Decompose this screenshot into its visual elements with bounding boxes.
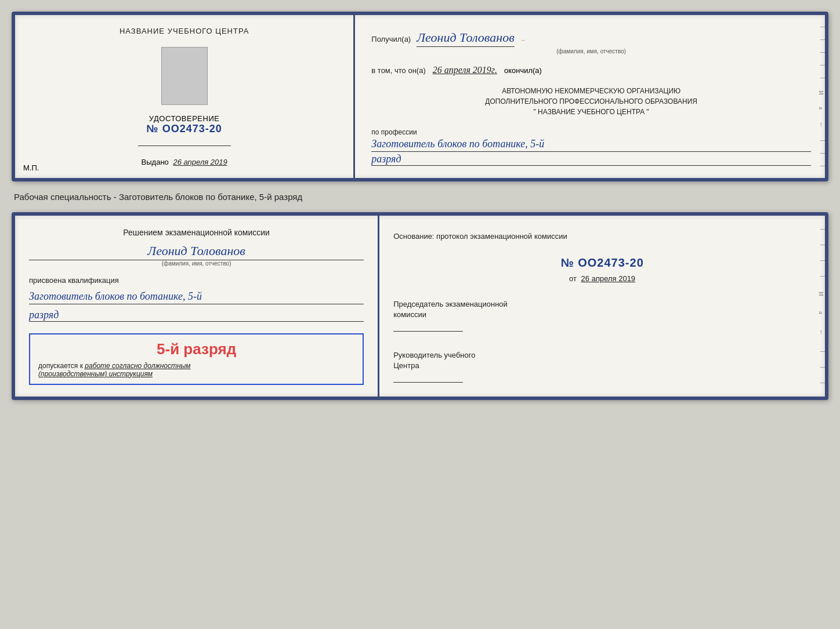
cert-left-panel: НАЗВАНИЕ УЧЕБНОГО ЦЕНТРА УДОСТОВЕРЕНИЕ №…	[15, 15, 355, 178]
exam-side-arrow: ←	[818, 329, 825, 336]
page-wrapper: НАЗВАНИЕ УЧЕБНОГО ЦЕНТРА УДОСТОВЕРЕНИЕ №…	[12, 12, 828, 400]
org-block: АВТОНОМНУЮ НЕКОММЕРЧЕСКУЮ ОРГАНИЗАЦИЮ ДО…	[371, 86, 811, 117]
certificate-card: НАЗВАНИЕ УЧЕБНОГО ЦЕНТРА УДОСТОВЕРЕНИЕ №…	[12, 12, 828, 181]
exam-name: Леонид Толованов	[29, 243, 364, 260]
okoncil: окончил(а)	[504, 66, 542, 75]
mp-label: М.П.	[23, 163, 39, 172]
stamp-italic2: (производственным) инструкциям	[38, 370, 354, 378]
fio-label: (фамилия, имя, отчество)	[371, 48, 811, 54]
predsedatel-label: Председатель экзаменационной комиссии	[393, 299, 811, 320]
stamp-dopuskaetsya-label: допускается к	[38, 362, 83, 370]
ot-prefix: от	[569, 274, 577, 283]
recipient-name: Леонид Толованов	[417, 30, 515, 47]
cert-number-value: № OO2473-20	[147, 123, 222, 135]
cert-right-panel: Получил(а) Леонид Толованов – (фамилия, …	[355, 15, 825, 178]
qual-value: Заготовитель блоков по ботанике, 5-й	[29, 289, 364, 304]
side-text-i: И	[818, 90, 825, 95]
osnov-title: Основание: протокол экзаменационной коми…	[393, 231, 811, 242]
exam-fio-label: (фамилия, имя, отчество)	[29, 260, 364, 267]
vtom-date: 26 апреля 2019г.	[433, 65, 497, 75]
issued-line: Выдано 26 апреля 2019	[142, 158, 227, 166]
side-text-a: а	[818, 107, 825, 110]
org-line2: ДОПОЛНИТЕЛЬНОГО ПРОФЕССИОНАЛЬНОГО ОБРАЗО…	[371, 96, 811, 107]
protocol-number: № OO2473-20	[393, 256, 811, 270]
exam-title: Решением экзаменационной комиссии	[29, 227, 364, 239]
photo-placeholder	[161, 47, 208, 105]
dash-after-name: –	[522, 35, 525, 43]
received-block: Получил(а) Леонид Толованов – (фамилия, …	[371, 30, 811, 54]
vtom-prefix: в том, что он(а)	[371, 66, 425, 75]
vtom-block: в том, что он(а) 26 апреля 2019г. окончи…	[371, 65, 811, 75]
exam-side-a: а	[818, 311, 825, 314]
side-text-arrow: ←	[818, 122, 825, 128]
protocol-block: № OO2473-20 от 26 апреля 2019	[393, 256, 811, 283]
exam-name-block: Леонид Толованов (фамилия, имя, отчество…	[29, 243, 364, 267]
predsedatel-sig-line	[393, 322, 463, 332]
exam-right-panel: Основание: протокол экзаменационной коми…	[379, 216, 825, 397]
prisvoena-label: присвоена квалификация	[29, 276, 364, 285]
ot-date-value: 26 апреля 2019	[581, 274, 636, 283]
profession-label: по профессии	[371, 128, 417, 136]
predsedatel-block: Председатель экзаменационной комиссии	[393, 299, 811, 332]
stamp-box: 5-й разряд допускается к работе согласно…	[29, 333, 364, 385]
exam-left-panel: Решением экзаменационной комиссии Леонид…	[15, 216, 379, 397]
cert-center-title: НАЗВАНИЕ УЧЕБНОГО ЦЕНТРА	[120, 27, 249, 35]
rukovoditel-block: Руководитель учебного Центра	[393, 350, 811, 383]
issued-date: 26 апреля 2019	[173, 158, 227, 166]
stamp-italic-text: работе согласно должностным	[85, 362, 190, 370]
exam-side-decorative-lines: И а ←	[814, 216, 825, 397]
cert-label: УДОСТОВЕРЕНИЕ	[147, 114, 222, 123]
org-line1: АВТОНОМНУЮ НЕКОММЕРЧЕСКУЮ ОРГАНИЗАЦИЮ	[371, 86, 811, 96]
razryad-line: разряд	[29, 309, 364, 322]
stamp-rank: 5-й разряд	[38, 340, 354, 358]
rukovoditel-label: Руководитель учебного Центра	[393, 350, 811, 371]
exam-side-i: И	[818, 292, 825, 296]
received-prefix: Получил(а)	[371, 35, 411, 43]
profession-block: по профессии Заготовитель блоков по бота…	[371, 126, 811, 166]
stamp-допускается: допускается к работе согласно должностны…	[38, 362, 354, 370]
ot-date-line: от 26 апреля 2019	[393, 274, 811, 283]
issued-label: Выдано	[142, 158, 169, 166]
profession-value: Заготовитель блоков по ботанике, 5-й	[371, 137, 811, 152]
rukovoditel-sig-line	[393, 373, 463, 383]
specialty-text: Рабочая специальность - Заготовитель бло…	[12, 192, 828, 202]
org-line3: " НАЗВАНИЕ УЧЕБНОГО ЦЕНТРА "	[371, 107, 811, 117]
side-decorative-lines: И а ←	[814, 15, 825, 178]
razryad-value: разряд	[371, 153, 811, 166]
exam-card: Решением экзаменационной комиссии Леонид…	[12, 212, 828, 400]
cert-number-block: УДОСТОВЕРЕНИЕ № OO2473-20	[147, 114, 222, 135]
